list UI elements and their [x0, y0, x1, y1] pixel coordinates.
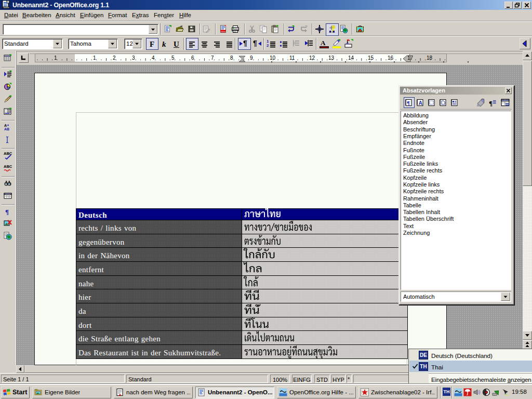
svg-text:¶: ¶: [407, 100, 410, 106]
svg-text:ABC: ABC: [4, 164, 12, 169]
svg-text:A: A: [4, 124, 7, 127]
svg-text:A: A: [419, 100, 423, 106]
svg-text:¶: ¶: [5, 208, 9, 216]
svg-text:AB: AB: [4, 127, 9, 131]
